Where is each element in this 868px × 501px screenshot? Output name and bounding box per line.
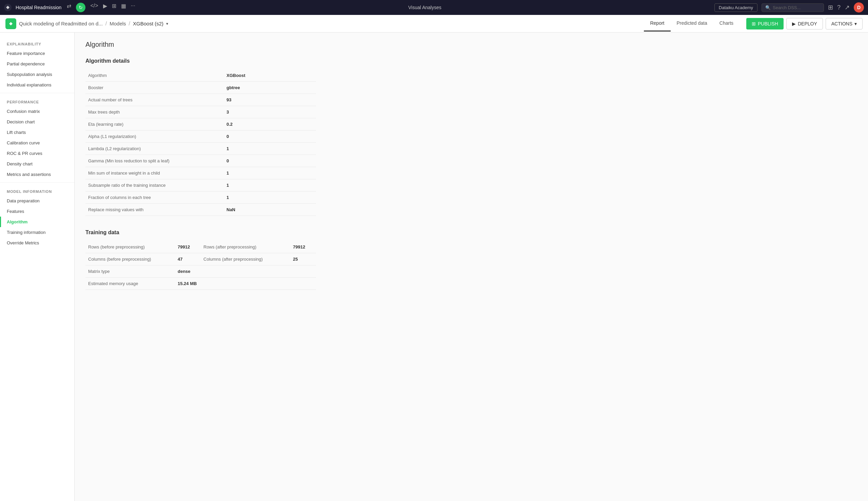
- row-label: Fraction of columns in each tree: [85, 192, 224, 204]
- help-icon[interactable]: ?: [837, 4, 840, 11]
- sidebar-item-roc-pr-curves[interactable]: ROC & PR curves: [0, 148, 74, 159]
- training-value: 15.24 MB: [178, 281, 198, 286]
- sync-icon[interactable]: ↻: [76, 3, 85, 12]
- sidebar: EXPLAINABILITY Feature importance Partia…: [0, 33, 75, 501]
- breadcrumb-item-models[interactable]: Models: [109, 21, 126, 26]
- row-value: 1: [224, 192, 316, 204]
- training-label: Columns (after preprocessing): [203, 257, 289, 262]
- deploy-button[interactable]: ▶ DEPLOY: [786, 18, 823, 30]
- publish-button[interactable]: ⊞ PUBLISH: [746, 18, 784, 30]
- share-icon[interactable]: ⇄: [67, 3, 71, 12]
- row-label: Booster: [85, 82, 224, 94]
- row-value: NaN: [224, 204, 316, 216]
- user-avatar[interactable]: D: [854, 2, 864, 12]
- sidebar-item-training-information[interactable]: Training information: [0, 227, 74, 238]
- training-cell-left: Matrix type dense: [85, 265, 201, 277]
- algorithm-table: Algorithm XGBoost Booster gbtree Actual …: [85, 70, 316, 216]
- training-cell-left: Estimated memory usage 15.24 MB: [85, 278, 201, 289]
- top-bar: Hospital Readmission ⇄ ↻ </> ▶ ⊞ ▦ ··· V…: [0, 0, 868, 15]
- sidebar-item-algorithm[interactable]: Algorithm: [0, 216, 74, 227]
- row-label: Actual number of trees: [85, 94, 224, 106]
- training-value: 79912: [178, 244, 198, 249]
- actions-button[interactable]: ACTIONS ▾: [826, 18, 862, 30]
- training-data-section: Training data Rows (before preprocessing…: [85, 230, 857, 290]
- tab-predicted-data[interactable]: Predicted data: [671, 15, 713, 32]
- row-label: Subsample ratio of the training instance: [85, 179, 224, 192]
- table-row: Eta (learning rate) 0.2: [85, 118, 316, 130]
- grid-icon[interactable]: ⊞: [828, 4, 833, 11]
- page-title: Algorithm: [85, 41, 857, 49]
- training-label: Columns (before preprocessing): [88, 257, 173, 262]
- table-row: Algorithm XGBoost: [85, 70, 316, 82]
- sidebar-item-override-metrics[interactable]: Override Metrics: [0, 238, 74, 248]
- sidebar-item-subpopulation-analysis[interactable]: Subpopulation analysis: [0, 69, 74, 80]
- row-value: 3: [224, 106, 316, 118]
- row-label: Max trees depth: [85, 106, 224, 118]
- row-value: 1: [224, 143, 316, 155]
- sidebar-item-feature-importance[interactable]: Feature importance: [0, 48, 74, 58]
- row-label: Replace missing values with: [85, 204, 224, 216]
- code-icon[interactable]: </>: [90, 3, 98, 12]
- breadcrumb-sep-2: /: [129, 21, 130, 27]
- main-layout: EXPLAINABILITY Feature importance Partia…: [0, 33, 868, 501]
- training-value: 25: [293, 257, 313, 262]
- sidebar-divider-1: [0, 93, 74, 93]
- training-label: Estimated memory usage: [88, 281, 173, 286]
- training-cell-left: Rows (before preprocessing) 79912: [85, 241, 201, 253]
- sidebar-item-metrics-assertions[interactable]: Metrics and assertions: [0, 169, 74, 180]
- algorithm-details-title: Algorithm details: [85, 58, 857, 64]
- deploy-icon: ▶: [792, 21, 796, 26]
- sidebar-item-features[interactable]: Features: [0, 206, 74, 216]
- row-value: 0: [224, 155, 316, 167]
- table-row: Alpha (L1 regularization) 0: [85, 130, 316, 143]
- header-buttons: ⊞ PUBLISH ▶ DEPLOY ACTIONS ▾: [746, 18, 862, 30]
- table-row: Replace missing values with NaN: [85, 204, 316, 216]
- training-grid-row: Columns (before preprocessing) 47 Column…: [85, 253, 316, 265]
- row-value: XGBoost: [224, 70, 316, 82]
- tab-report[interactable]: Report: [644, 15, 670, 32]
- center-title: Visual Analyses: [138, 5, 712, 10]
- training-grid-row: Estimated memory usage 15.24 MB: [85, 278, 316, 290]
- sidebar-section-performance: PERFORMANCE: [0, 96, 74, 106]
- sidebar-item-decision-chart[interactable]: Decision chart: [0, 117, 74, 127]
- table-row: Actual number of trees 93: [85, 94, 316, 106]
- row-value: 0.2: [224, 118, 316, 130]
- breadcrumb-dropdown-icon[interactable]: ▾: [166, 21, 168, 26]
- breadcrumb-sep-1: /: [105, 21, 107, 27]
- external-icon[interactable]: ↗: [845, 4, 850, 11]
- sidebar-item-lift-charts[interactable]: Lift charts: [0, 127, 74, 138]
- search-input[interactable]: [773, 5, 820, 10]
- training-grid-row: Rows (before preprocessing) 79912 Rows (…: [85, 241, 316, 253]
- deploy-icon[interactable]: ⊞: [112, 3, 116, 12]
- sidebar-item-calibration-curve[interactable]: Calibration curve: [0, 138, 74, 148]
- breadcrumb-item-project[interactable]: Quick modeling of Readmitted on d...: [19, 21, 103, 26]
- row-label: Lambda (L2 regularization): [85, 143, 224, 155]
- sidebar-item-partial-dependence[interactable]: Partial dependence: [0, 58, 74, 69]
- table-row: Lambda (L2 regularization) 1: [85, 143, 316, 155]
- sidebar-section-model-info: MODEL INFORMATION: [0, 185, 74, 195]
- sidebar-item-data-preparation[interactable]: Data preparation: [0, 195, 74, 206]
- sidebar-item-individual-explanations[interactable]: Individual explanations: [0, 80, 74, 90]
- training-value: dense: [178, 269, 198, 274]
- second-bar: Quick modeling of Readmitted on d... / M…: [0, 15, 868, 33]
- training-cell-right: [201, 265, 316, 277]
- dataiku-logo[interactable]: [6, 18, 16, 29]
- dataiku-academy-button[interactable]: Dataiku Academy: [714, 3, 758, 12]
- row-value: gbtree: [224, 82, 316, 94]
- training-cell-right: Rows (after preprocessing) 79912: [201, 241, 316, 253]
- sidebar-item-density-chart[interactable]: Density chart: [0, 159, 74, 169]
- dashboard-icon[interactable]: ▦: [121, 3, 126, 12]
- tab-charts[interactable]: Charts: [713, 15, 740, 32]
- table-row: Booster gbtree: [85, 82, 316, 94]
- top-bar-right: Dataiku Academy 🔍 ⊞ ? ↗ D: [714, 2, 864, 12]
- row-value: 0: [224, 130, 316, 143]
- sidebar-divider-2: [0, 182, 74, 183]
- training-value: 47: [178, 257, 198, 262]
- training-cell-left: Columns (before preprocessing) 47: [85, 253, 201, 265]
- play-icon[interactable]: ▶: [103, 3, 107, 12]
- more-icon[interactable]: ···: [131, 3, 135, 12]
- breadcrumb: Quick modeling of Readmitted on d... / M…: [19, 21, 641, 27]
- sidebar-item-confusion-matrix[interactable]: Confusion matrix: [0, 106, 74, 117]
- app-logo: [4, 4, 11, 11]
- table-row: Gamma (Min loss reduction to split a lea…: [85, 155, 316, 167]
